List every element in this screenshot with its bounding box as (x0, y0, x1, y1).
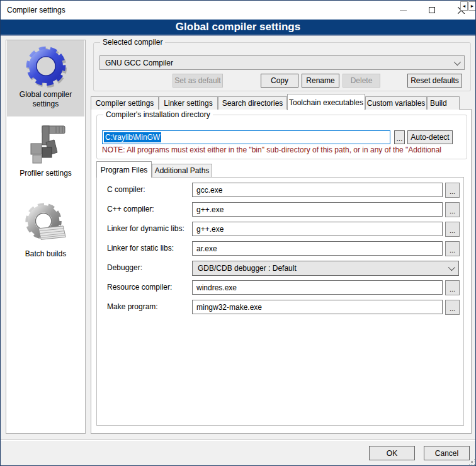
minimize-button[interactable] (388, 1, 417, 20)
sidebar-item-profiler-settings[interactable]: Profiler settings (7, 120, 84, 181)
tab-additional-paths[interactable]: Additional Paths (152, 164, 212, 177)
gear-blue-icon (23, 43, 69, 89)
sidebar-item-label: Global compiler settings (7, 89, 84, 111)
resource-compiler-row: Resource compiler: ... (97, 280, 463, 295)
cpp-compiler-label: C++ compiler: (107, 205, 195, 213)
static-linker-browse-button[interactable]: ... (445, 241, 460, 256)
cpp-compiler-input[interactable] (192, 202, 443, 217)
compiler-tabs: Compiler settings Linker settings Search… (91, 95, 460, 110)
c-compiler-row: C compiler: ... (97, 183, 463, 198)
footer-divider (1, 440, 475, 441)
compiler-select[interactable]: GNU GCC Compiler (99, 55, 465, 70)
selected-compiler-legend: Selected compiler (100, 38, 165, 47)
compiler-select-value: GNU GCC Compiler (105, 59, 173, 67)
debugger-row: Debugger: GDB/CDB debugger : Default (97, 261, 463, 276)
resize-grip[interactable] (472, 462, 472, 462)
make-program-input[interactable] (192, 300, 443, 314)
static-linker-label: Linker for static libs: (107, 244, 195, 253)
tab-scroll-left-button[interactable]: ◄ (460, 1, 468, 11)
gear-stack-icon (23, 199, 69, 248)
install-dir-browse-button[interactable]: ... (394, 130, 405, 144)
ok-button[interactable]: OK (369, 446, 415, 460)
install-dir-input[interactable]: C:\raylib\MinGW (102, 130, 390, 144)
tab-toolchain-executables[interactable]: Toolchain executables (287, 94, 365, 110)
dynamic-linker-input[interactable] (192, 222, 443, 236)
resource-compiler-label: Resource compiler: (107, 283, 195, 292)
reset-defaults-button[interactable]: Reset defaults (407, 74, 462, 88)
dialog-banner: Global compiler settings (1, 20, 475, 36)
cpp-compiler-row: C++ compiler: ... (97, 202, 463, 217)
install-dir-note: NOTE: All programs must exist either in … (102, 145, 463, 154)
banner-title: Global compiler settings (176, 21, 300, 33)
toolchain-executables-panel: Compiler's installation directory C:\ray… (91, 109, 472, 434)
make-program-browse-button[interactable]: ... (445, 300, 460, 315)
dynamic-linker-row: Linker for dynamic libs: ... (97, 222, 463, 237)
copy-button[interactable]: Copy (261, 74, 298, 88)
title-bar: Compiler settings (1, 1, 475, 20)
static-linker-input[interactable] (192, 241, 443, 256)
tab-custom-variables[interactable]: Custom variables (365, 96, 427, 110)
sidebar-item-global-compiler-settings[interactable]: Global compiler settings (7, 40, 84, 116)
static-linker-row: Linker for static libs: ... (97, 241, 463, 256)
install-dir-selected-text: C:\raylib\MinGW (104, 132, 161, 142)
tab-search-directories[interactable]: Search directories (218, 96, 287, 110)
maximize-button[interactable] (417, 1, 446, 20)
tab-linker-settings[interactable]: Linker settings (159, 96, 218, 110)
minimize-icon (400, 10, 407, 11)
tab-scroll-right-button[interactable]: ► (468, 1, 476, 11)
installation-directory-group: Compiler's installation directory C:\ray… (96, 115, 467, 159)
make-program-row: Make program: ... (97, 300, 463, 315)
c-compiler-input[interactable] (192, 183, 443, 197)
compiler-settings-dialog: Compiler settings Global compiler settin… (0, 0, 476, 466)
maximize-icon (429, 7, 435, 13)
caliper-icon (23, 120, 69, 168)
resource-compiler-browse-button[interactable]: ... (445, 280, 460, 295)
cancel-button[interactable]: Cancel (424, 446, 470, 460)
sidebar-item-label: Profiler settings (17, 168, 74, 181)
program-files-panel: C compiler: ... C++ compiler: ... Linker… (96, 177, 464, 426)
debugger-select-value: GDB/CDB debugger : Default (198, 264, 297, 273)
set-as-default-button[interactable]: Set as default (173, 74, 223, 88)
debugger-select[interactable]: GDB/CDB debugger : Default (192, 261, 459, 276)
auto-detect-button[interactable]: Auto-detect (407, 130, 453, 144)
window-title: Compiler settings (7, 6, 65, 14)
c-compiler-label: C compiler: (107, 185, 195, 194)
sidebar-item-label: Batch builds (23, 248, 69, 261)
installation-directory-legend: Compiler's installation directory (103, 110, 213, 119)
cpp-compiler-browse-button[interactable]: ... (445, 202, 460, 217)
debugger-label: Debugger: (107, 263, 195, 272)
dynamic-linker-label: Linker for dynamic libs: (107, 224, 195, 233)
tab-build-options[interactable]: Build (427, 96, 460, 110)
settings-sidebar: Global compiler settings Profiler settin… (6, 40, 86, 434)
sidebar-item-batch-builds[interactable]: Batch builds (7, 199, 84, 261)
chevron-down-icon (454, 58, 461, 65)
dynamic-linker-browse-button[interactable]: ... (445, 222, 460, 237)
make-program-label: Make program: (107, 302, 195, 311)
resource-compiler-input[interactable] (192, 280, 443, 295)
tab-compiler-settings[interactable]: Compiler settings (91, 96, 159, 110)
c-compiler-browse-button[interactable]: ... (445, 183, 460, 198)
rename-button[interactable]: Rename (302, 74, 339, 88)
delete-button[interactable]: Delete (343, 74, 380, 88)
selected-compiler-group: Selected compiler GNU GCC Compiler Set a… (93, 42, 471, 91)
program-tabs: Program Files Additional Paths (96, 162, 212, 177)
chevron-down-icon (448, 264, 455, 271)
tab-program-files[interactable]: Program Files (96, 161, 152, 178)
